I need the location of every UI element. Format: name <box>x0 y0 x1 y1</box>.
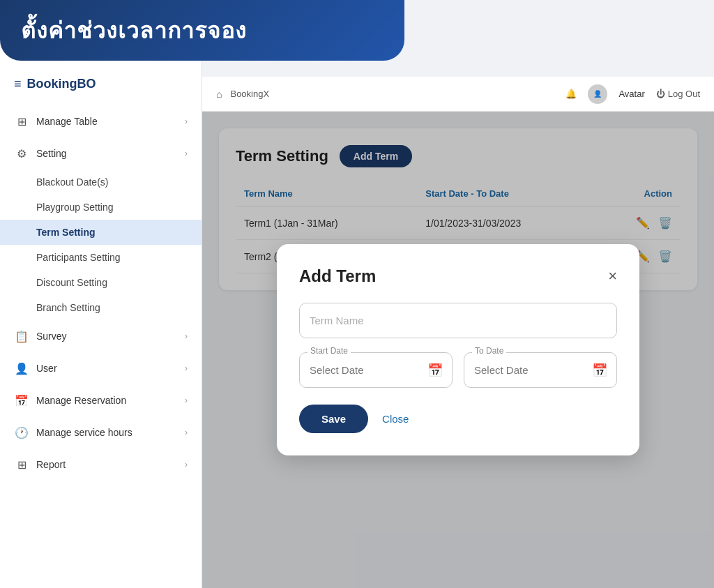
avatar-text: Avatar <box>618 89 644 99</box>
start-date-input[interactable] <box>299 352 453 388</box>
avatar-label: 👤 <box>593 90 602 98</box>
save-button[interactable]: Save <box>299 405 368 433</box>
sidebar-item-playgroup-setting[interactable]: Playgroup Setting <box>0 195 202 220</box>
setting-icon: ⚙ <box>14 146 29 161</box>
sidebar-label-playgroup-setting: Playgroup Setting <box>36 202 114 213</box>
to-date-field: To Date 📅 <box>464 352 617 388</box>
sidebar-item-setting[interactable]: ⚙ Setting › <box>0 137 202 169</box>
service-hours-icon: 🕐 <box>14 425 29 440</box>
chevron-icon: › <box>185 116 188 126</box>
sidebar-label-blackout-dates: Blackout Date(s) <box>36 176 108 188</box>
sidebar-app-name: BookingBO <box>27 77 96 91</box>
sidebar-item-term-setting[interactable]: Term Setting <box>0 220 202 245</box>
add-term-modal: Add Term × Start Date 📅 To Date <box>277 244 639 455</box>
to-date-label: To Date <box>472 346 506 356</box>
survey-icon: 📋 <box>14 329 29 344</box>
chevron-icon: › <box>185 460 188 469</box>
chevron-icon: › <box>185 363 188 373</box>
sidebar-item-manage-table[interactable]: ⊞ Manage Table › <box>0 105 202 137</box>
sidebar-item-discount-setting[interactable]: Discount Setting <box>0 270 202 295</box>
app-container: ตั้งค่าช่วงเวลาการจอง ≡ BookingBO ⊞ Mana… <box>0 0 714 588</box>
sidebar-label-participants-setting: Participants Setting <box>36 252 121 263</box>
report-icon: ⊞ <box>14 457 29 472</box>
sidebar-item-participants-setting[interactable]: Participants Setting <box>0 245 202 270</box>
main-content: ⌂ BookingX 🔔 👤 Avatar ⏻ Log Out Ter <box>202 0 714 588</box>
chevron-icon: › <box>185 149 188 158</box>
breadcrumb: ⌂ BookingX <box>216 89 269 100</box>
sidebar-item-user[interactable]: 👤 User › <box>0 352 202 384</box>
top-nav-right: 🔔 👤 Avatar ⏻ Log Out <box>565 84 700 104</box>
close-button[interactable]: Close <box>382 413 409 425</box>
start-date-field: Start Date 📅 <box>299 352 453 388</box>
chevron-icon: › <box>185 428 188 437</box>
breadcrumb-site: BookingX <box>230 89 269 99</box>
user-icon: 👤 <box>14 361 29 376</box>
modal-actions: Save Close <box>299 405 617 433</box>
sidebar-item-branch-setting[interactable]: Branch Setting <box>0 295 202 320</box>
chevron-icon: › <box>185 395 188 405</box>
sidebar-label-report: Report <box>36 459 66 470</box>
modal-header: Add Term × <box>299 266 617 286</box>
bell-icon[interactable]: 🔔 <box>565 89 577 99</box>
sidebar-item-manage-service-hours[interactable]: 🕐 Manage service hours › <box>0 416 202 448</box>
hamburger-icon[interactable]: ≡ <box>14 77 22 91</box>
modal-close-button[interactable]: × <box>608 269 617 284</box>
avatar: 👤 <box>588 84 607 104</box>
term-name-input[interactable] <box>299 303 617 338</box>
sidebar-label-survey: Survey <box>36 331 67 342</box>
modal-title: Add Term <box>299 266 376 286</box>
home-icon: ⌂ <box>216 89 222 100</box>
modal-overlay: Add Term × Start Date 📅 To Date <box>202 112 714 588</box>
header-banner: ตั้งค่าช่วงเวลาการจอง <box>0 0 404 61</box>
sidebar-label-branch-setting: Branch Setting <box>36 302 100 313</box>
sidebar-item-blackout-dates[interactable]: Blackout Date(s) <box>0 169 202 195</box>
sidebar-label-term-setting: Term Setting <box>36 227 96 238</box>
manage-table-icon: ⊞ <box>14 114 29 129</box>
chevron-icon: › <box>185 331 188 341</box>
sidebar-label-manage-service-hours: Manage service hours <box>36 427 132 438</box>
logout-label: Log Out <box>668 89 700 99</box>
sidebar-item-survey[interactable]: 📋 Survey › <box>0 320 202 352</box>
sidebar-label-discount-setting: Discount Setting <box>36 277 107 288</box>
sidebar-item-manage-reservation[interactable]: 📅 Manage Reservation › <box>0 384 202 416</box>
sidebar-label-setting: Setting <box>36 148 67 159</box>
date-row: Start Date 📅 To Date 📅 <box>299 352 617 388</box>
sidebar-logo: ≡ BookingBO <box>0 77 202 105</box>
page-area: Term Setting Add Term Term Name Start Da… <box>202 112 714 588</box>
header-banner-text: ตั้งค่าช่วงเวลาการจอง <box>21 18 247 43</box>
sidebar-label-manage-reservation: Manage Reservation <box>36 395 126 406</box>
sidebar-label-user: User <box>36 363 57 374</box>
logout-button[interactable]: ⏻ Log Out <box>656 89 700 99</box>
logout-icon: ⏻ <box>656 89 665 99</box>
to-date-input[interactable] <box>464 352 617 388</box>
top-nav: ⌂ BookingX 🔔 👤 Avatar ⏻ Log Out <box>202 77 714 112</box>
start-date-label: Start Date <box>307 346 351 356</box>
manage-reservation-icon: 📅 <box>14 393 29 408</box>
sidebar-label-manage-table: Manage Table <box>36 116 98 127</box>
sidebar-item-report[interactable]: ⊞ Report › <box>0 448 202 481</box>
sidebar: ≡ BookingBO ⊞ Manage Table › ⚙ Setting ›… <box>0 0 202 588</box>
